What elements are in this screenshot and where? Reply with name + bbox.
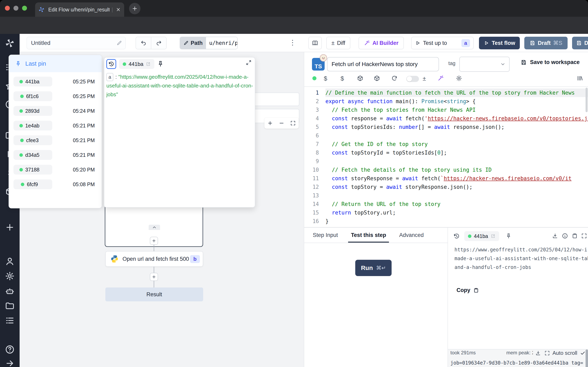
external-link-icon[interactable] xyxy=(42,167,46,172)
contextual-variables-icon[interactable]: $ xyxy=(341,75,344,82)
external-link-icon[interactable] xyxy=(41,94,45,99)
sidebar-workers-icon[interactable] xyxy=(5,286,15,296)
pin-row[interactable]: 6f1c6 05:25 PM xyxy=(9,89,102,104)
sidebar-help-icon[interactable] xyxy=(5,345,15,354)
more-menu-icon[interactable]: ⋮ xyxy=(289,38,296,47)
pin-icon[interactable] xyxy=(157,60,164,67)
pin-chip[interactable]: 441ba xyxy=(13,77,52,86)
insert-step-button[interactable] xyxy=(150,237,158,245)
sidebar-folders-icon[interactable] xyxy=(5,301,15,311)
pin-chip[interactable]: 6fcf9 xyxy=(13,179,52,189)
pin-row[interactable]: 37188 05:20 PM xyxy=(9,162,102,177)
result-node[interactable]: Result xyxy=(105,287,203,301)
external-link-icon[interactable] xyxy=(491,234,495,239)
ai-assistant-icon[interactable] xyxy=(437,75,444,82)
pin-chip[interactable]: 1e4ab xyxy=(13,121,52,131)
sidebar-audit-logs-icon[interactable] xyxy=(5,316,15,325)
docs-button[interactable] xyxy=(308,37,322,49)
window-close-button[interactable] xyxy=(5,6,10,11)
history-icon[interactable] xyxy=(453,233,460,239)
pin-row[interactable]: 2893d 05:24 PM xyxy=(9,104,102,118)
python-step-node[interactable]: Open url and fetch first 500 words of ..… xyxy=(105,251,203,267)
log-vscrollbar[interactable] xyxy=(586,350,588,367)
window-minimize-button[interactable] xyxy=(13,6,18,11)
windmill-logo-icon[interactable] xyxy=(5,38,15,48)
sidebar-user-icon[interactable] xyxy=(5,257,15,266)
sidebar-add-icon[interactable] xyxy=(5,222,15,232)
editor-settings-icon[interactable] xyxy=(456,75,462,82)
result-id-chip[interactable]: 441ba xyxy=(464,231,499,241)
reset-icon[interactable] xyxy=(391,75,398,82)
pin-row[interactable]: d34a5 05:21 PM xyxy=(9,148,102,162)
download-logs-icon[interactable] xyxy=(535,350,541,356)
ai-builder-button[interactable]: AI Builder xyxy=(359,37,404,49)
download-result-icon[interactable] xyxy=(552,233,558,239)
flow-name-field[interactable]: Untitled xyxy=(26,37,126,49)
info-icon[interactable] xyxy=(562,233,568,239)
zoom-out-icon[interactable] xyxy=(279,120,285,126)
flow-input-node[interactable] xyxy=(251,92,299,106)
external-link-icon[interactable] xyxy=(146,62,151,67)
editor-code[interactable]: // Define the main function to fetch the… xyxy=(325,89,588,225)
copy-result-icon[interactable] xyxy=(572,233,578,239)
zoom-in-icon[interactable] xyxy=(267,120,273,126)
editor-scrollbar[interactable] xyxy=(586,88,588,112)
auto-scroll-toggle[interactable]: Auto scroll xyxy=(553,350,585,356)
step-tab[interactable]: Advanced xyxy=(399,227,424,243)
pin-row[interactable]: 441ba 05:25 PM xyxy=(9,74,102,89)
copy-button[interactable]: Copy xyxy=(457,287,479,293)
fit-view-icon[interactable] xyxy=(290,120,296,126)
diff-toggle[interactable] xyxy=(406,76,419,82)
external-link-icon[interactable] xyxy=(42,123,46,128)
save-to-workspace-button[interactable]: Save to workspace xyxy=(521,59,580,66)
external-link-icon[interactable] xyxy=(41,138,45,142)
pin-row[interactable]: 1e4ab 05:21 PM xyxy=(9,118,102,133)
undo-button[interactable] xyxy=(136,37,151,49)
pin-chip[interactable]: 2893d xyxy=(13,106,52,116)
redo-button[interactable] xyxy=(151,37,166,49)
expand-popup-icon[interactable] xyxy=(246,59,252,66)
test-up-to-button[interactable]: Test up to a xyxy=(411,37,474,49)
code-editor[interactable]: 12345678910111213141516 // Define the ma… xyxy=(304,86,588,227)
expand-logs-icon[interactable] xyxy=(544,350,550,356)
window-zoom-button[interactable] xyxy=(22,6,27,11)
run-button[interactable]: Run ⌘↵ xyxy=(355,260,392,276)
external-link-icon[interactable] xyxy=(42,153,46,157)
history-button[interactable] xyxy=(106,59,116,69)
pin-row[interactable]: cfee3 05:21 PM xyxy=(9,133,102,148)
external-link-icon[interactable] xyxy=(42,109,46,113)
pin-chip[interactable]: 37188 xyxy=(13,165,52,175)
variables-icon[interactable]: $ xyxy=(324,75,327,82)
sidebar-settings-icon[interactable] xyxy=(5,271,15,281)
path-button[interactable]: Path u/henri/pin xyxy=(180,37,238,49)
browser-tab[interactable]: Edit Flow u/henri/pin_results | xyxy=(35,2,124,17)
external-link-icon[interactable] xyxy=(40,182,45,187)
collapse-node-button[interactable] xyxy=(149,225,160,230)
pin-time: 05:21 PM xyxy=(73,137,95,143)
step-tab[interactable]: Step Input xyxy=(313,227,338,243)
new-tab-button[interactable] xyxy=(129,3,140,14)
tag-select[interactable] xyxy=(459,57,510,72)
diff-mode-icon[interactable]: ± xyxy=(423,75,426,82)
diff-button[interactable]: ±Diff xyxy=(326,37,350,49)
expand-result-icon[interactable] xyxy=(581,233,587,239)
test-flow-button[interactable]: Test flow xyxy=(479,37,520,49)
draft-button[interactable]: Draft⌘S xyxy=(524,37,568,49)
sidebar-expand-icon[interactable] xyxy=(5,359,15,367)
step-tab[interactable]: Test this step xyxy=(351,227,386,243)
external-link-icon[interactable] xyxy=(42,79,46,84)
step-summary-input[interactable] xyxy=(327,57,439,71)
pin-chip[interactable]: 6f1c6 xyxy=(13,91,52,101)
insert-step-button[interactable] xyxy=(150,273,158,281)
pin-row[interactable]: 6fcf9 05:08 PM xyxy=(9,177,102,192)
resources-icon[interactable] xyxy=(357,75,363,82)
pin-chip[interactable]: d34a5 xyxy=(13,150,52,160)
resource-types-icon[interactable] xyxy=(374,75,380,82)
pin-icon[interactable] xyxy=(506,233,512,239)
popup-id-chip[interactable]: 441ba xyxy=(119,59,154,69)
library-icon[interactable] xyxy=(577,75,583,82)
deploy-button[interactable]: Deploy xyxy=(572,37,588,49)
tab-close-icon[interactable] xyxy=(116,7,121,12)
json-value-line: jobs" xyxy=(106,90,253,99)
pin-chip[interactable]: cfee3 xyxy=(13,135,52,145)
